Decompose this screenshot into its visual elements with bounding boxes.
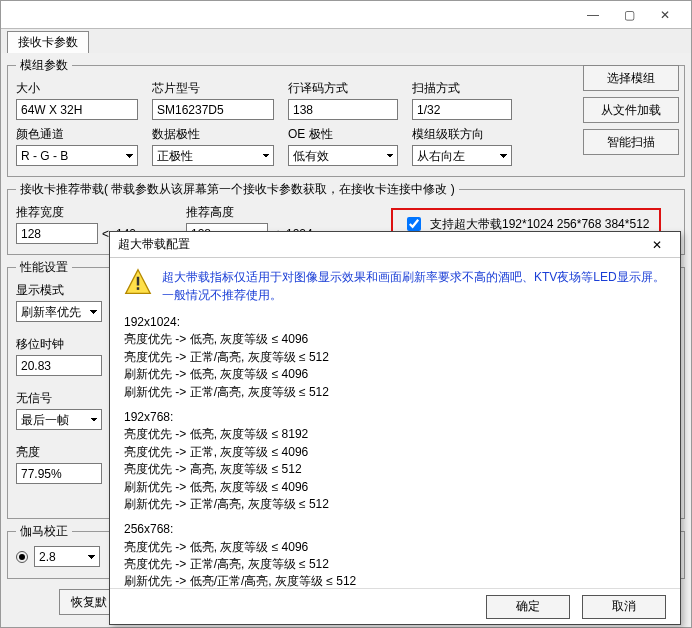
scan-label: 扫描方式 <box>412 80 512 97</box>
spec-line: 亮度优先 -> 正常/高亮, 灰度等级 ≤ 512 <box>124 349 666 366</box>
oe-polarity-label: OE 极性 <box>288 126 398 143</box>
recommended-load-legend: 接收卡推荐带载( 带载参数从该屏幕第一个接收卡参数获取，在接收卡连接中修改 ) <box>16 181 459 198</box>
nosignal-label: 无信号 <box>16 390 116 407</box>
shift-clock-label: 移位时钟 <box>16 336 116 353</box>
scan-field[interactable] <box>412 99 512 120</box>
tabstrip: 接收卡参数 <box>1 29 691 53</box>
display-mode-label: 显示模式 <box>16 282 116 299</box>
maximize-icon[interactable]: ▢ <box>611 5 647 25</box>
shift-clock-field[interactable] <box>16 355 102 376</box>
spec-group-head: 192x1024: <box>124 314 666 331</box>
decode-field[interactable] <box>288 99 398 120</box>
close-icon[interactable]: ✕ <box>647 5 683 25</box>
dialog-title: 超大带载配置 <box>118 236 190 253</box>
data-polarity-label: 数据极性 <box>152 126 274 143</box>
brightness-field[interactable] <box>16 463 102 484</box>
spec-line: 亮度优先 -> 低亮, 灰度等级 ≤ 4096 <box>124 539 666 556</box>
cascade-select[interactable]: 从右向左 <box>412 145 512 166</box>
bigload-checkbox[interactable] <box>407 217 421 231</box>
spec-line: 亮度优先 -> 低亮, 灰度等级 ≤ 8192 <box>124 426 666 443</box>
svg-rect-2 <box>137 287 139 290</box>
dialog-cancel-button[interactable]: 取消 <box>582 595 666 619</box>
spec-line: 刷新优先 -> 正常/高亮, 灰度等级 ≤ 512 <box>124 496 666 513</box>
size-field[interactable] <box>16 99 138 120</box>
bigload-label: 支持超大带载192*1024 256*768 384*512 <box>430 216 649 233</box>
tab-receiver-params[interactable]: 接收卡参数 <box>7 31 89 53</box>
brightness-label: 亮度 <box>16 444 116 461</box>
spec-line: 亮度优先 -> 低亮, 灰度等级 ≤ 4096 <box>124 331 666 348</box>
rec-width-label: 推荐宽度 <box>16 204 176 221</box>
spec-line: 刷新优先 -> 低亮, 灰度等级 ≤ 4096 <box>124 479 666 496</box>
dialog-warning-text: 超大带载指标仅适用于对图像显示效果和画面刷新率要求不高的酒吧、KTV夜场等LED… <box>162 268 665 304</box>
main-titlebar: — ▢ ✕ <box>1 1 691 29</box>
select-module-button[interactable]: 选择模组 <box>583 65 679 91</box>
spec-line: 亮度优先 -> 正常, 灰度等级 ≤ 4096 <box>124 444 666 461</box>
chip-label: 芯片型号 <box>152 80 274 97</box>
warning-icon <box>124 268 152 296</box>
spec-group-head: 256x768: <box>124 521 666 538</box>
color-channel-label: 颜色通道 <box>16 126 138 143</box>
spec-line: 刷新优先 -> 低亮, 灰度等级 ≤ 4096 <box>124 366 666 383</box>
rec-width-field[interactable] <box>16 223 98 244</box>
spec-group: 256x768:亮度优先 -> 低亮, 灰度等级 ≤ 4096亮度优先 -> 正… <box>124 521 666 588</box>
performance-legend: 性能设置 <box>16 259 72 276</box>
spec-line: 亮度优先 -> 高亮, 灰度等级 ≤ 512 <box>124 461 666 478</box>
chip-field[interactable] <box>152 99 274 120</box>
spec-line: 刷新优先 -> 低亮/正常/高亮, 灰度等级 ≤ 512 <box>124 573 666 588</box>
spec-group: 192x768:亮度优先 -> 低亮, 灰度等级 ≤ 8192亮度优先 -> 正… <box>124 409 666 513</box>
dialog-close-icon[interactable]: ✕ <box>642 235 672 255</box>
load-from-file-button[interactable]: 从文件加载 <box>583 97 679 123</box>
color-channel-select[interactable]: R - G - B <box>16 145 138 166</box>
main-window: — ▢ ✕ 接收卡参数 模组参数 大小 芯片型号 行译码方式 扫描方式 <box>0 0 692 628</box>
gamma-legend: 伽马校正 <box>16 523 72 540</box>
nosignal-select[interactable]: 最后一帧 <box>16 409 102 430</box>
svg-rect-1 <box>137 277 139 286</box>
spec-list: 192x1024:亮度优先 -> 低亮, 灰度等级 ≤ 4096亮度优先 -> … <box>124 314 666 588</box>
spec-line: 刷新优先 -> 正常/高亮, 灰度等级 ≤ 512 <box>124 384 666 401</box>
spec-line: 亮度优先 -> 正常/高亮, 灰度等级 ≤ 512 <box>124 556 666 573</box>
bigload-config-dialog: 超大带载配置 ✕ 超大带载指标仅适用于对图像显示效果和画面刷新率要求不高的酒吧、… <box>109 231 681 625</box>
module-params-legend: 模组参数 <box>16 57 72 74</box>
oe-polarity-select[interactable]: 低有效 <box>288 145 398 166</box>
display-mode-select[interactable]: 刷新率优先 <box>16 301 102 322</box>
minimize-icon[interactable]: — <box>575 5 611 25</box>
cascade-label: 模组级联方向 <box>412 126 512 143</box>
gamma-select[interactable]: 2.8 <box>34 546 100 567</box>
dialog-ok-button[interactable]: 确定 <box>486 595 570 619</box>
rec-height-label: 推荐高度 <box>186 204 356 221</box>
gamma-radio[interactable] <box>16 551 28 563</box>
decode-label: 行译码方式 <box>288 80 398 97</box>
spec-group: 192x1024:亮度优先 -> 低亮, 灰度等级 ≤ 4096亮度优先 -> … <box>124 314 666 401</box>
size-label: 大小 <box>16 80 138 97</box>
spec-group-head: 192x768: <box>124 409 666 426</box>
data-polarity-select[interactable]: 正极性 <box>152 145 274 166</box>
smart-scan-button[interactable]: 智能扫描 <box>583 129 679 155</box>
